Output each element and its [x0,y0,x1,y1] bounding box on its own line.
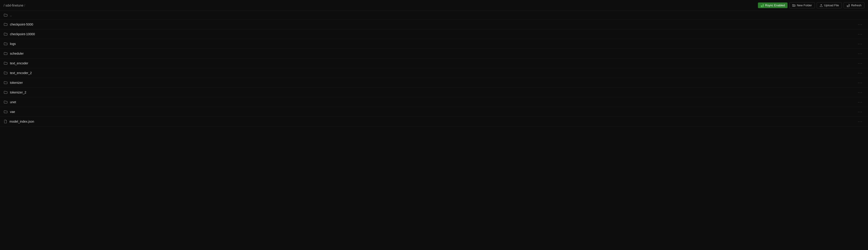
file-name: vae [10,110,15,114]
file-row-left: tokenizer_2 [4,90,26,95]
table-row[interactable]: logs ··· [0,39,868,49]
new-folder-label: New Folder [797,4,812,7]
more-options-button[interactable]: ··· [856,80,864,85]
file-name: tokenizer [10,81,23,84]
folder-icon [4,110,8,114]
table-row[interactable]: text_encoder ··· [0,59,868,68]
breadcrumb: / sdxl-finetune / [4,4,25,7]
more-options-button[interactable]: ··· [856,32,864,37]
file-row-left: checkpoint-5000 [4,22,33,27]
header: / sdxl-finetune / Rsync Enabled New Fold… [0,0,868,11]
breadcrumb-separator: / [24,4,25,7]
table-row[interactable]: scheduler ··· [0,49,868,59]
file-row-left: checkpoint-10000 [4,32,35,36]
refresh-button[interactable]: Refresh [844,2,864,8]
file-name: tokenizer_2 [10,91,26,94]
file-row-left: tokenizer [4,81,23,85]
more-options-button[interactable]: ··· [856,22,864,27]
folder-icon [4,42,8,46]
folder-icon [4,51,8,56]
file-row-left: text_encoder [4,61,28,65]
more-options-button[interactable]: ··· [856,51,864,56]
new-folder-button[interactable]: New Folder [789,2,815,8]
more-options-button[interactable]: ··· [856,109,864,114]
file-name: text_encoder_2 [10,71,32,75]
table-row[interactable]: unet ··· [0,97,868,107]
table-row[interactable]: tokenizer_2 ··· [0,87,868,97]
file-name: logs [10,42,16,46]
folder-icon [4,13,8,17]
upload-file-label: Upload File [824,4,839,7]
table-row[interactable]: text_encoder_2 ··· [0,68,868,78]
rsync-enabled-button[interactable]: Rsync Enabled [758,2,787,8]
more-options-button[interactable]: ··· [856,90,864,95]
folder-icon [4,90,8,95]
file-row-left: unet [4,100,16,104]
upload-icon [819,4,823,7]
table-row[interactable]: .. [0,11,868,20]
refresh-icon [846,4,850,7]
file-name: text_encoder [10,62,28,65]
breadcrumb-folder[interactable]: sdxl-finetune [5,4,23,7]
file-row-left: text_encoder_2 [4,71,32,75]
file-list: .. checkpoint-5000 ··· checkpoint-10000 … [0,11,868,127]
file-name: model_index.json [9,120,34,123]
file-row-left: model_index.json [4,120,34,123]
file-name: scheduler [10,52,24,55]
file-name: unet [10,100,16,104]
folder-plus-icon [792,4,796,7]
folder-icon [4,100,8,104]
folder-icon [4,61,8,65]
sync-icon [761,4,764,7]
more-options-button[interactable]: ··· [856,61,864,66]
refresh-label: Refresh [851,4,862,7]
file-name: .. [10,13,12,17]
upload-file-button[interactable]: Upload File [817,2,842,8]
table-row[interactable]: model_index.json ··· [0,117,868,127]
file-row-left: scheduler [4,51,24,56]
more-options-button[interactable]: ··· [856,70,864,75]
file-name: checkpoint-10000 [10,32,35,36]
file-row-left: .. [4,13,12,17]
folder-icon [4,71,8,75]
file-icon [4,120,7,123]
more-options-button[interactable]: ··· [856,41,864,46]
more-options-button[interactable]: ··· [856,100,864,105]
breadcrumb-root[interactable]: / [4,4,4,7]
file-row-left: logs [4,42,16,46]
file-row-left: vae [4,110,15,114]
folder-icon [4,22,8,27]
folder-icon [4,32,8,36]
folder-icon [4,81,8,85]
file-name: checkpoint-5000 [10,23,33,26]
table-row[interactable]: checkpoint-10000 ··· [0,29,868,39]
table-row[interactable]: tokenizer ··· [0,78,868,87]
header-actions: Rsync Enabled New Folder Upload File R [758,2,864,8]
more-options-button[interactable]: ··· [856,119,864,124]
table-row[interactable]: checkpoint-5000 ··· [0,20,868,29]
table-row[interactable]: vae ··· [0,107,868,117]
rsync-label: Rsync Enabled [765,4,785,7]
